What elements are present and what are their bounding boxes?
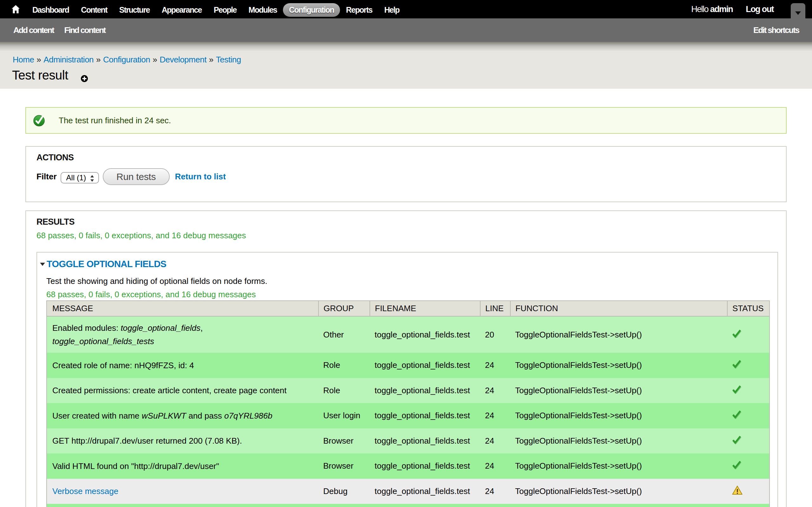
cell-line — [480, 504, 510, 507]
toolbar-item-dashboard: Dashboard — [26, 2, 75, 17]
checkmark-icon — [732, 435, 742, 444]
home-icon — [12, 5, 20, 13]
cell-line: 24 — [480, 453, 510, 479]
run-tests-button[interactable]: Run tests — [103, 168, 170, 185]
message-em: o7qYRL986b — [224, 411, 272, 420]
breadcrumb-separator: » — [34, 55, 44, 64]
return-to-list-link[interactable]: Return to list — [175, 172, 226, 181]
message-em: toggle_optional_fields_tests — [52, 337, 154, 346]
toolbar-link-modules[interactable]: Modules — [243, 3, 283, 17]
cell-status — [727, 504, 769, 507]
filter-select[interactable]: All (1) — [61, 172, 99, 183]
table-row: GET http://drupal7.dev/user returned 200… — [47, 429, 769, 454]
message-text: , — [200, 323, 203, 333]
actions-legend: ACTIONS — [37, 153, 786, 162]
toolbar-link-help[interactable]: Help — [378, 3, 405, 17]
results-table: MESSAGEGROUPFILENAMELINEFUNCTIONSTATUS E… — [46, 300, 770, 507]
status-message-text: The test run finished in 24 sec. — [59, 116, 171, 125]
cell-status — [727, 453, 769, 479]
cell-message: User created with name wSuPLKWT and pass… — [47, 403, 318, 429]
cell-filename: toggle_optional_fields.test — [370, 479, 480, 504]
table-row: Verbose messageDebugtoggle_optional_fiel… — [47, 479, 769, 504]
actions-fieldset: ACTIONS Filter All (1) Run tests Return … — [26, 146, 786, 202]
chevron-down-icon — [795, 11, 801, 15]
test-group-summary: 68 passes, 0 fails, 0 exceptions, and 16… — [46, 290, 777, 298]
checkmark-icon — [732, 410, 742, 419]
cell-message: Created role of name: nHQ9fFZS, id: 4 — [47, 353, 318, 378]
plus-icon — [81, 75, 88, 82]
toolbar-link-dashboard[interactable]: Dashboard — [26, 3, 75, 17]
test-group-description: Test the showing and hiding of optional … — [46, 277, 777, 285]
breadcrumb-link-testing[interactable]: Testing — [216, 55, 241, 64]
toolbar-inner: DashboardContentStructureAppearancePeopl… — [0, 0, 812, 18]
checkmark-icon — [732, 460, 742, 469]
cell-status — [727, 378, 769, 403]
message-em: toggle_optional_fields — [120, 323, 200, 333]
home-button[interactable] — [0, 0, 20, 18]
breadcrumb-link-home[interactable]: Home — [13, 55, 34, 64]
cell-function: ToggleOptionalFieldsTest->setUp() — [510, 378, 727, 403]
message-text: Created role of name: nHQ9fFZS, id: 4 — [52, 360, 194, 370]
user-greeting: Hello admin — [691, 4, 733, 14]
column-header-message: MESSAGE — [47, 301, 318, 316]
toolbar-link-content[interactable]: Content — [75, 3, 113, 17]
cell-status — [727, 353, 769, 378]
toolbar-link-appearance[interactable]: Appearance — [156, 3, 208, 17]
toolbar-link-structure[interactable]: Structure — [113, 3, 156, 17]
breadcrumb-link-administration[interactable]: Administration — [44, 55, 94, 64]
toolbar-link-people[interactable]: People — [208, 3, 243, 17]
cell-group: Role — [318, 378, 370, 403]
results-fieldset: RESULTS 68 passes, 0 fails, 0 exceptions… — [26, 210, 786, 507]
message-text: Valid HTML found on "http://drupal7.dev/… — [52, 461, 219, 471]
table-row — [47, 504, 769, 507]
verbose-message-link[interactable]: Verbose message — [52, 487, 118, 496]
checkmark-icon — [732, 385, 742, 394]
filter-row: Filter All (1) Run tests Return to list — [37, 168, 786, 185]
shortcut-link-add-content[interactable]: Add content — [13, 25, 54, 35]
cell-function: ToggleOptionalFieldsTest->setUp() — [510, 353, 727, 378]
shortcut-link-find-content[interactable]: Find content — [64, 25, 105, 35]
column-header-group: GROUP — [318, 301, 370, 316]
edit-shortcuts-link[interactable]: Edit shortcuts — [753, 25, 799, 35]
cell-message: Verbose message — [47, 479, 318, 504]
cell-group: Other — [318, 316, 370, 353]
table-row: Valid HTML found on "http://drupal7.dev/… — [47, 453, 769, 479]
breadcrumb-link-development[interactable]: Development — [159, 55, 206, 64]
cell-group: User login — [318, 403, 370, 429]
cell-function: ToggleOptionalFieldsTest->setUp() — [510, 453, 727, 479]
add-shortcut-button[interactable] — [81, 75, 88, 82]
results-summary: 68 passes, 0 fails, 0 exceptions, and 16… — [37, 231, 786, 239]
cell-group: Debug — [318, 479, 370, 504]
cell-filename: toggle_optional_fields.test — [370, 403, 480, 429]
breadcrumb-separator: » — [206, 55, 216, 64]
logout-link[interactable]: Log out — [746, 4, 774, 14]
select-arrows-icon — [90, 175, 95, 182]
cell-line: 24 — [480, 403, 510, 429]
status-ok-icon — [33, 114, 45, 126]
breadcrumb-separator: » — [94, 55, 103, 64]
test-group-legend: TOGGLE OPTIONAL FIELDS — [40, 259, 777, 269]
checkmark-icon — [732, 329, 742, 338]
column-header-function: FUNCTION — [510, 301, 727, 316]
test-group-title-link[interactable]: TOGGLE OPTIONAL FIELDS — [47, 259, 166, 269]
toolbar-link-reports[interactable]: Reports — [340, 3, 378, 17]
cell-group: Browser — [318, 429, 370, 454]
table-row: Created permissions: create article cont… — [47, 378, 769, 403]
table-row: Created role of name: nHQ9fFZS, id: 4Rol… — [47, 353, 769, 378]
message-text: User created with name — [52, 411, 142, 420]
breadcrumb-link-configuration[interactable]: Configuration — [103, 55, 150, 64]
toolbar-link-configuration[interactable]: Configuration — [283, 3, 340, 17]
message-text: Enabled modules: — [52, 323, 120, 333]
message-text: Created permissions: create article cont… — [52, 386, 287, 395]
cell-message — [47, 504, 318, 507]
page-header: Home»Administration»Configuration»Develo… — [0, 42, 812, 89]
cell-group — [318, 504, 370, 507]
results-legend: RESULTS — [37, 218, 786, 226]
collapse-arrow-icon — [40, 263, 45, 266]
toolbar-item-configuration: Configuration — [283, 2, 340, 17]
cell-status — [727, 316, 769, 353]
column-header-status: STATUS — [727, 301, 769, 316]
cell-filename: toggle_optional_fields.test — [370, 378, 480, 403]
breadcrumb: Home»Administration»Configuration»Develo… — [13, 55, 241, 65]
checkmark-icon — [732, 360, 742, 369]
